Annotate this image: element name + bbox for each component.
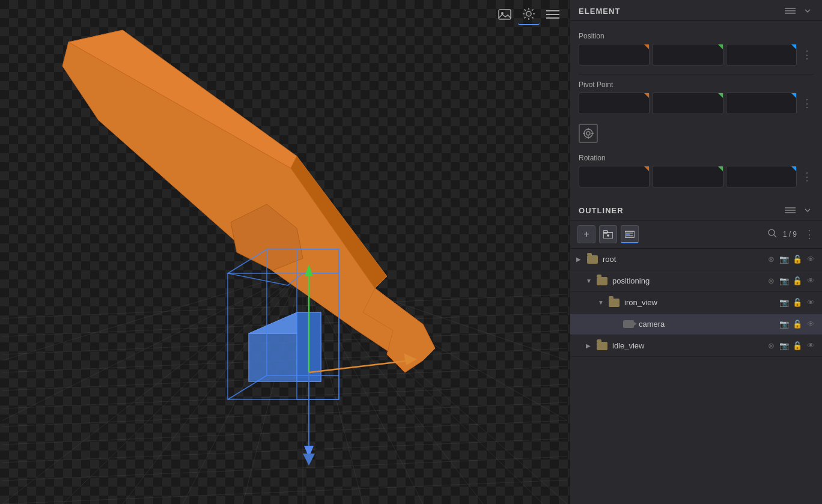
svg-line-57 — [525, 17, 526, 18]
tree-actions-camera: 📷 🔓 👁 — [779, 320, 816, 329]
position-more-btn[interactable]: ⋮ — [799, 51, 814, 58]
tree-action-camera-iron-view[interactable]: 📷 — [779, 298, 790, 307]
tree-arrow-root: ▶ — [576, 256, 586, 263]
svg-line-54 — [525, 10, 526, 11]
svg-point-64 — [584, 129, 592, 138]
tree-label-iron-view: iron_view — [624, 298, 779, 307]
viewport-topbar — [488, 0, 570, 29]
position-z-field[interactable]: 9.45 — [726, 44, 797, 65]
element-expand-icon[interactable] — [802, 6, 814, 16]
tree-action-lock-positioning[interactable]: 🔓 — [792, 276, 803, 285]
outliner-add-btn[interactable]: + — [577, 225, 595, 243]
tree-label-positioning: positioning — [612, 276, 766, 285]
outliner-header-controls — [782, 205, 814, 215]
tree-action-close-root[interactable]: ⊗ — [766, 255, 776, 264]
tree-action-camera-camera[interactable]: 📷 — [779, 320, 790, 329]
pivot-z-input[interactable]: 9.45 — [726, 99, 796, 108]
svg-point-65 — [586, 132, 590, 135]
tree-item-root[interactable]: ▶ root ⊗ 📷 🔓 👁 — [570, 249, 822, 270]
outliner-toolbar: + — [570, 220, 822, 249]
svg-line-56 — [532, 10, 533, 11]
tree-action-camera-root[interactable]: 📷 — [779, 255, 790, 264]
tree-arrow-iron-view: ▼ — [598, 299, 607, 306]
rotation-x-input[interactable]: 0 — [579, 172, 649, 181]
position-y-input[interactable]: 4.875 — [653, 50, 722, 59]
pivot-z-field[interactable]: 9.45 — [726, 93, 797, 114]
viewport-sun-icon[interactable] — [518, 4, 540, 25]
folder-icon-positioning — [595, 275, 609, 288]
tree-label-idle-view: idle_view — [612, 341, 766, 350]
pivot-x-input[interactable]: -0.05 — [579, 99, 649, 108]
position-label: Position — [579, 32, 814, 40]
tree-item-iron-view[interactable]: ▼ iron_view 📷 🔓 👁 — [570, 292, 822, 314]
tree-action-lock-camera[interactable]: 🔓 — [792, 320, 803, 329]
tree-action-eye-camera[interactable]: 👁 — [805, 320, 816, 329]
svg-line-0 — [2, 294, 567, 318]
svg-line-14 — [183, 270, 303, 504]
position-y-field[interactable]: 4.875 — [652, 44, 723, 65]
svg-point-49 — [526, 11, 531, 16]
rotation-z-input[interactable]: 0 — [726, 172, 796, 181]
outliner-folder-btn[interactable] — [599, 225, 617, 243]
tree-action-eye-iron-view[interactable]: 👁 — [805, 298, 816, 307]
outliner-count: 1 / 9 — [783, 230, 797, 238]
pivot-y-field[interactable]: 4.875 — [652, 93, 723, 114]
position-z-input[interactable]: 9.45 — [726, 50, 796, 59]
tree-item-camera[interactable]: ▶ camera 📷 🔓 👁 — [570, 314, 822, 335]
pivot-y-input[interactable]: 4.875 — [653, 99, 722, 108]
tree-action-eye-idle-view[interactable]: 👁 — [805, 341, 816, 350]
svg-line-8 — [2, 439, 567, 463]
tree-action-camera-idle-view[interactable]: 📷 — [779, 341, 790, 350]
tree-item-positioning[interactable]: ▼ positioning ⊗ 📷 🔓 👁 — [570, 270, 822, 292]
outliner-menu-icon[interactable] — [782, 205, 798, 215]
rotation-more-btn[interactable]: ⋮ — [799, 173, 814, 180]
outliner-search-btn[interactable] — [767, 228, 777, 240]
element-title: ELEMENT — [579, 7, 620, 16]
outliner-section-header: OUTLINER — [570, 199, 822, 220]
camera-icon — [622, 318, 635, 331]
rotation-y-field[interactable]: 0 — [652, 166, 723, 187]
svg-marker-46 — [303, 454, 315, 466]
position-x-input[interactable]: -0.05 — [579, 50, 649, 59]
tree-label-camera: camera — [639, 320, 779, 329]
tree-actions-idle-view: ⊗ 📷 🔓 👁 — [766, 341, 816, 350]
tree-action-lock-root[interactable]: 🔓 — [792, 255, 803, 264]
tree-action-lock-idle-view[interactable]: 🔓 — [792, 341, 803, 350]
tree-action-camera-positioning[interactable]: 📷 — [779, 276, 790, 285]
pivot-target-btn[interactable] — [579, 124, 598, 143]
svg-line-42 — [309, 360, 411, 372]
svg-line-11 — [2, 270, 303, 504]
rotation-label: Rotation — [579, 154, 814, 162]
rotation-x-field[interactable]: 0 — [579, 166, 650, 187]
outliner-expand-icon[interactable] — [802, 205, 814, 215]
outliner-filter-btn[interactable] — [621, 225, 639, 243]
element-menu-icon[interactable] — [782, 6, 798, 16]
tree-action-close-positioning[interactable]: ⊗ — [766, 276, 776, 285]
tree-action-eye-root[interactable]: 👁 — [805, 255, 816, 264]
tree-item-idle-view[interactable]: ▶ idle_view ⊗ 📷 🔓 👁 — [570, 335, 822, 357]
pivot-more-btn[interactable]: ⋮ — [799, 100, 814, 107]
right-panel: ELEMENT Position -0.05 — [570, 0, 822, 504]
pivot-x-field[interactable]: -0.05 — [579, 93, 650, 114]
svg-line-7 — [2, 421, 567, 445]
viewport[interactable] — [0, 0, 570, 504]
outliner-title: OUTLINER — [579, 206, 624, 215]
viewport-image-icon[interactable] — [494, 4, 516, 25]
svg-line-10 — [2, 480, 567, 504]
tree-action-lock-iron-view[interactable]: 🔓 — [792, 298, 803, 307]
svg-line-55 — [532, 17, 533, 18]
tree-actions-root: ⊗ 📷 🔓 👁 — [766, 255, 816, 264]
folder-icon-root — [586, 253, 599, 266]
rotation-z-field[interactable]: 0 — [726, 166, 797, 187]
rotation-y-input[interactable]: 0 — [653, 172, 722, 181]
tree-arrow-idle-view: ▶ — [586, 342, 595, 349]
tree-label-root: root — [603, 255, 766, 264]
position-x-field[interactable]: -0.05 — [579, 44, 650, 65]
element-section-body: Position -0.05 4.875 9.45 ⋮ Pivot Point — [570, 21, 822, 199]
tree-action-close-idle-view[interactable]: ⊗ — [766, 341, 776, 350]
svg-line-82 — [774, 235, 776, 237]
outliner-more-btn[interactable]: ⋮ — [804, 228, 815, 241]
tree-action-eye-positioning[interactable]: 👁 — [805, 276, 816, 285]
element-header-controls — [782, 6, 814, 16]
viewport-menu-icon[interactable] — [542, 4, 564, 25]
